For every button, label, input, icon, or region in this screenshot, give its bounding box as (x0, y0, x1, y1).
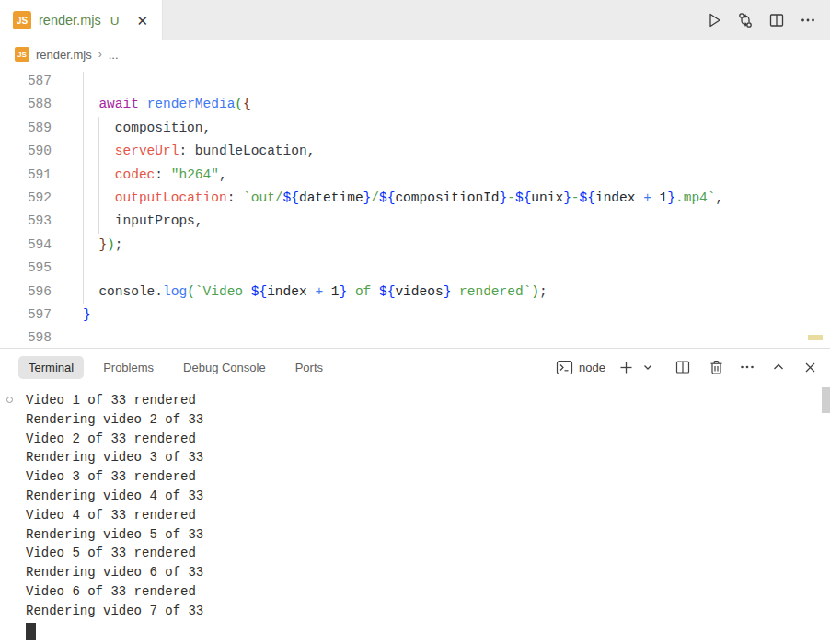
code-line[interactable]: 587 (0, 70, 830, 93)
more-actions-button[interactable] (795, 7, 821, 33)
line-number: 588 (0, 93, 52, 116)
line-number: 591 (0, 164, 52, 187)
terminal-line: Video 2 of 33 rendered (26, 430, 830, 449)
overview-ruler-mark (808, 335, 823, 340)
chevron-up-icon (772, 361, 785, 374)
terminal-line: Rendering video 7 of 33 (26, 602, 830, 621)
chevron-down-icon (642, 362, 653, 373)
line-number: 594 (0, 234, 52, 257)
split-editor-button[interactable] (764, 7, 790, 33)
panel-actions: node (556, 355, 821, 379)
panel-header: TerminalProblemsDebug ConsolePorts node (0, 349, 830, 385)
tab-close-button[interactable]: ✕ (133, 12, 151, 29)
editor-tab-bar: JS render.mjs U ✕ (0, 0, 830, 40)
terminal-line: Video 6 of 33 rendered (26, 582, 830, 602)
tab-title: render.mjs (39, 13, 101, 28)
terminal-scrollbar[interactable] (822, 387, 830, 413)
split-terminal-button[interactable] (672, 355, 694, 379)
code-text: await renderMedia({ (83, 93, 251, 116)
terminal-line: Rendering video 3 of 33 (26, 448, 830, 467)
code-line[interactable]: 591 codec: "h264", (0, 164, 830, 187)
code-text: serveUrl: bundleLocation, (83, 140, 315, 163)
terminal-output[interactable]: Video 1 of 33 renderedRendering video 2 … (0, 385, 830, 643)
bottom-panel: TerminalProblemsDebug ConsolePorts node (0, 348, 830, 643)
terminal-line: Rendering video 2 of 33 (26, 410, 830, 430)
trash-icon (709, 359, 724, 375)
split-terminal-icon (674, 359, 691, 375)
ellipsis-icon (799, 11, 817, 29)
line-number: 598 (0, 327, 52, 348)
split-editor-icon (767, 11, 786, 29)
code-line[interactable]: 590 serveUrl: bundleLocation, (0, 140, 830, 163)
editor-actions (163, 0, 830, 40)
line-number: 590 (0, 140, 52, 163)
line-number: 597 (0, 304, 52, 327)
panel-tabs: TerminalProblemsDebug ConsolePorts (18, 356, 556, 379)
panel-tab-ports[interactable]: Ports (285, 356, 333, 379)
javascript-file-icon: JS (13, 11, 31, 29)
line-number: 595 (0, 257, 52, 280)
breadcrumb-ellipsis[interactable]: ... (109, 48, 119, 62)
play-icon (705, 11, 723, 29)
command-decoration-icon (6, 397, 13, 403)
diff-compare-icon (736, 11, 755, 29)
code-text: }); (83, 234, 123, 257)
open-changes-button[interactable] (732, 7, 758, 33)
close-panel-button[interactable] (799, 355, 821, 379)
terminal-profile-label: node (579, 361, 605, 374)
new-terminal-button[interactable] (615, 355, 637, 379)
terminal-cursor (26, 623, 36, 640)
panel-tab-terminal[interactable]: Terminal (18, 356, 84, 379)
code-text: } (83, 304, 91, 327)
panel-tab-problems[interactable]: Problems (93, 356, 164, 379)
panel-tab-debug-console[interactable]: Debug Console (173, 356, 276, 379)
breadcrumb: JS render.mjs › ... (0, 40, 830, 68)
code-line[interactable]: 596 console.log(`Video ${index + 1} of $… (0, 281, 830, 304)
run-button[interactable] (701, 7, 727, 33)
terminal-line: Video 3 of 33 rendered (26, 467, 830, 487)
code-line[interactable]: 594 }); (0, 234, 830, 257)
tab-render-mjs[interactable]: JS render.mjs U ✕ (0, 0, 163, 40)
maximize-panel-button[interactable] (767, 355, 790, 379)
breadcrumb-separator-icon: › (98, 48, 102, 61)
code-line[interactable]: 595 (0, 257, 830, 280)
line-number: 592 (0, 187, 52, 210)
code-text: codec: "h264", (83, 164, 227, 187)
terminal-icon (556, 360, 573, 375)
code-text: inputProps, (83, 210, 203, 233)
git-untracked-badge: U (110, 14, 120, 28)
code-line[interactable]: 592 outputLocation: `out/${datetime}/${c… (0, 187, 830, 210)
terminal-line: Video 5 of 33 rendered (26, 544, 830, 563)
code-editor[interactable]: 587588 await renderMedia({589 compositio… (0, 68, 830, 348)
line-number: 587 (0, 70, 52, 93)
javascript-file-icon: JS (15, 47, 29, 62)
line-number: 596 (0, 281, 52, 304)
line-number: 593 (0, 210, 52, 233)
code-line[interactable]: 588 await renderMedia({ (0, 93, 830, 116)
code-text: console.log(`Video ${index + 1} of ${vid… (83, 281, 548, 304)
ellipsis-icon (739, 359, 755, 375)
line-number: 589 (0, 117, 52, 140)
code-text: outputLocation: `out/${datetime}/${compo… (83, 187, 723, 210)
code-line[interactable]: 589 composition, (0, 117, 830, 140)
plus-icon (618, 360, 634, 375)
terminal-line: Rendering video 5 of 33 (26, 525, 830, 545)
terminal-launch-dropdown[interactable] (637, 355, 659, 379)
terminal-line: Video 1 of 33 rendered (26, 391, 830, 410)
code-text: composition, (83, 117, 211, 140)
terminal-line: Rendering video 4 of 33 (26, 487, 830, 506)
panel-more-actions-button[interactable] (736, 355, 758, 379)
terminal-line: Rendering video 6 of 33 (26, 563, 830, 582)
code-line[interactable]: 593 inputProps, (0, 210, 830, 233)
close-icon (803, 361, 817, 374)
code-line[interactable]: 598 (0, 327, 830, 348)
terminal-profile-selector[interactable]: node (556, 360, 605, 375)
terminal-line: Video 4 of 33 rendered (26, 506, 830, 525)
kill-terminal-button[interactable] (705, 355, 727, 379)
breadcrumb-file[interactable]: render.mjs (36, 48, 92, 62)
code-line[interactable]: 597} (0, 304, 830, 327)
